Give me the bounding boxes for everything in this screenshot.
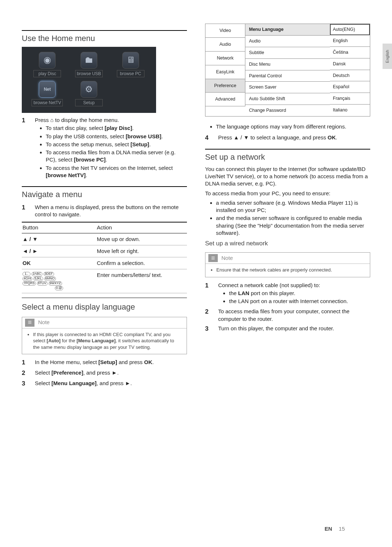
select-language-heading: Select a menu display language (22, 299, 187, 313)
settings-option: Parental Control (245, 70, 330, 82)
step-number: 1 (205, 282, 212, 290)
note-icon (208, 254, 218, 262)
settings-value: Français (330, 93, 370, 105)
step-text: Turn on this player, the computer and th… (218, 325, 370, 332)
settings-tab-video: Video (205, 24, 245, 38)
navigation-table: Button Action ▲ / ▼ Move up or down. ◄ /… (22, 222, 187, 293)
table-header: Action (96, 222, 187, 233)
list-item: To access the setup menus, select [Setup… (46, 141, 187, 148)
language-side-tab: English (383, 44, 392, 69)
setup-network-heading: Set up a network (205, 149, 370, 163)
settings-tab-preference: Preference (205, 79, 245, 93)
footer-page-number: 15 (339, 526, 345, 532)
footer-lang: EN (324, 526, 332, 532)
step-number: 4 (205, 134, 212, 142)
note-box: Note Ensure that the network cables are … (205, 252, 370, 277)
step-text: Press ▲ / ▼ to select a language, and pr… (218, 134, 370, 141)
settings-tab-audio: Audio (205, 38, 245, 52)
step-number: 1 (22, 204, 28, 212)
list-item: To access media files from a DLNA media … (46, 149, 187, 164)
step-number: 2 (22, 369, 28, 377)
navigate-menu-heading: Navigate a menu (22, 186, 187, 200)
action-cell: Move up or down. (96, 233, 187, 245)
note-icon (25, 319, 34, 327)
list-item: To start disc play, select [play Disc]. (46, 124, 187, 132)
settings-menu-graphic: Video Audio Network EasyLink Preference … (205, 24, 370, 117)
nettv-icon: Net (39, 81, 56, 98)
pc-icon: 🖥 (122, 52, 139, 69)
button-cell: OK (22, 257, 96, 269)
note-box: Note If this player is connected to an H… (22, 317, 187, 355)
step-text: To access media files from your computer… (218, 308, 370, 323)
settings-tab-network: Network (205, 52, 245, 65)
home-menu-graphic: ◉ play Disc 🖿 browse USB 🖥 browse PC Net… (22, 47, 156, 113)
usb-icon: 🖿 (81, 52, 97, 69)
tile-play-disc: ◉ play Disc (28, 52, 66, 77)
button-cell: 1..2ABC3DEF 4GHI5JKL6MNO 7PQRS8TUV9WXYZ … (22, 269, 96, 293)
settings-value: Italiano (330, 105, 370, 116)
list-item: The language options may vary from diffe… (216, 123, 370, 130)
settings-tab-easylink: EasyLink (205, 65, 245, 79)
button-cell: ▲ / ▼ (22, 233, 96, 245)
list-item: To play the USB contents, select [browse… (46, 133, 187, 140)
network-ensure: To access media from your PC, you need t… (205, 190, 370, 197)
step-text: Select [Preference], and press ►. (35, 369, 187, 376)
note-title: Note (221, 254, 233, 262)
wired-network-heading: Set up a wired network (205, 240, 370, 248)
list-item: the LAN port on a router with Internet c… (229, 298, 370, 305)
step-text: Select [Menu Language], and press ►. (35, 380, 187, 387)
step-text: When a menu is displayed, press the butt… (35, 204, 187, 219)
table-header: Button (22, 222, 96, 233)
settings-option: Menu Language (245, 24, 330, 36)
table-row: 1..2ABC3DEF 4GHI5JKL6MNO 7PQRS8TUV9WXYZ … (22, 269, 187, 293)
step-number: 2 (205, 308, 212, 316)
numeric-keypad-icon: 1..2ABC3DEF 4GHI5JKL6MNO 7PQRS8TUV9WXYZ … (23, 272, 95, 290)
step-number: 3 (22, 380, 28, 388)
tile-label: browse PC (117, 70, 144, 77)
settings-option: Subtitle (245, 47, 330, 59)
list-item: a media server software (e.g. Windows Me… (216, 199, 370, 214)
page-footer: EN 15 (324, 525, 345, 532)
note-text: If this player is connected to an HDMI C… (33, 331, 181, 351)
settings-value: Dansk (330, 58, 370, 70)
step-number: 3 (205, 325, 212, 333)
settings-option: Auto Subtitle Shift (245, 93, 330, 105)
gear-icon: ⚙ (81, 81, 97, 98)
language-side-tab-label: English (385, 50, 390, 63)
use-home-menu-heading: Use the Home menu (22, 30, 187, 44)
tile-label: Setup (75, 99, 103, 106)
table-row: ◄ / ► Move left or right. (22, 245, 187, 257)
table-row: ▲ / ▼ Move up or down. (22, 233, 187, 245)
settings-value: Deutsch (330, 70, 370, 82)
tile-browse-usb: 🖿 browse USB (70, 52, 108, 77)
tile-setup: ⚙ Setup (70, 81, 108, 106)
tile-label: play Disc (33, 70, 61, 77)
step-number: 1 (22, 359, 28, 367)
settings-value: Español (330, 81, 370, 93)
step-text: In the Home menu, select [Setup] and pre… (35, 359, 187, 366)
step-number: 1 (22, 117, 28, 125)
note-title: Note (38, 319, 50, 326)
disc-icon: ◉ (39, 52, 56, 69)
list-item: To access the Net TV services on the Int… (46, 164, 187, 179)
settings-option: Change Password (245, 105, 330, 116)
list-item: and the media server software is configu… (216, 215, 370, 237)
settings-value: Čeština (330, 47, 370, 58)
settings-value: Auto(ENG) (330, 24, 370, 35)
settings-value: English (330, 35, 370, 47)
tile-browse-pc: 🖥 browse PC (111, 52, 150, 77)
tile-label: browse NetTV (32, 99, 63, 106)
table-row: OK Confirm a selection. (22, 257, 187, 269)
step-text: Press ⌂ to display the home menu. (35, 117, 119, 123)
note-text: Ensure that the network cables are prope… (216, 267, 365, 273)
button-cell: ◄ / ► (22, 245, 96, 257)
step-text: Connect a network cable (not supplied) t… (218, 282, 320, 288)
settings-tab-advanced: Advanced (205, 93, 245, 106)
action-cell: Enter numbers/letters/ text. (96, 269, 187, 293)
action-cell: Confirm a selection. (96, 257, 187, 269)
settings-option: Screen Saver (245, 82, 330, 93)
settings-option: Audio (245, 36, 330, 47)
tile-label: browse USB (75, 70, 103, 77)
settings-option: Disc Menu (245, 59, 330, 70)
network-intro: You can connect this player to the Inter… (205, 166, 370, 188)
